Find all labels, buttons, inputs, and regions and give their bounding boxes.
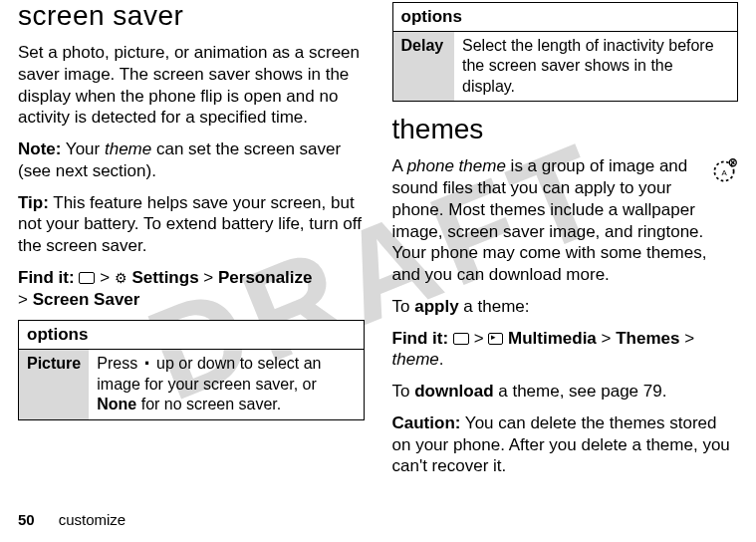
- themes-label: Themes: [616, 329, 679, 348]
- screen-saver-intro: Set a photo, picture, or animation as a …: [18, 42, 365, 129]
- tip-text: This feature helps save your screen, but…: [18, 193, 362, 256]
- svg-text:A: A: [721, 168, 727, 177]
- find-it-screensaver: Find it: > ⚙ Settings > Personalize > Sc…: [18, 267, 365, 311]
- apply-post: a theme:: [459, 297, 530, 316]
- options-header-right: options: [392, 3, 738, 32]
- option-picture-desc: Press up or down to select an image for …: [89, 350, 364, 419]
- note-pre: Your: [61, 139, 105, 158]
- personalize-label: Personalize: [218, 268, 313, 287]
- nav-key-icon: [142, 359, 152, 369]
- download-bold: download: [414, 382, 493, 401]
- gt-5: >: [602, 329, 612, 348]
- download-pre: To: [392, 382, 415, 401]
- screen-saver-note: Note: Your theme can set the screen save…: [18, 138, 365, 182]
- right-column: options Delay Select the length of inact…: [392, 0, 739, 542]
- left-column: screen saver Set a photo, picture, or an…: [18, 0, 365, 542]
- gt-6: >: [684, 329, 694, 348]
- options-header-left: options: [19, 321, 365, 350]
- theme-var: theme: [392, 350, 439, 369]
- themes-intro-post: is a group of image and sound files that…: [392, 156, 707, 284]
- menu-key-icon: [79, 272, 95, 284]
- options-table-right: options Delay Select the length of inact…: [392, 2, 739, 102]
- note-label: Note:: [18, 139, 61, 158]
- menu-key-icon-2: [453, 333, 469, 345]
- screen-saver-heading: screen saver: [18, 0, 365, 32]
- download-post: a theme, see page 79.: [494, 382, 667, 401]
- option-picture-label: Picture: [19, 350, 90, 419]
- theme-ring-icon: A: [710, 157, 738, 185]
- note-theme: theme: [105, 139, 151, 158]
- settings-icon: ⚙: [115, 270, 127, 288]
- gt-1: >: [100, 268, 110, 287]
- caution-line: Caution: You can delete the themes store…: [392, 412, 739, 477]
- tip-label: Tip:: [18, 193, 49, 212]
- picture-text-1: Press: [97, 355, 141, 372]
- gt-2: >: [203, 268, 213, 287]
- apply-theme-line: To apply a theme:: [392, 296, 739, 318]
- gt-4: >: [474, 329, 484, 348]
- apply-pre: To: [392, 297, 415, 316]
- multimedia-icon: [488, 333, 503, 345]
- option-delay-label: Delay: [392, 32, 454, 102]
- download-theme-line: To download a theme, see page 79.: [392, 381, 739, 403]
- find-it-label: Find it:: [18, 268, 75, 287]
- picture-text-3: for no screen saver.: [136, 396, 281, 412]
- gt-3: >: [18, 290, 28, 309]
- find-it-label-2: Find it:: [392, 329, 449, 348]
- find-it-themes: Find it: > Multimedia > Themes > theme.: [392, 328, 739, 372]
- apply-bold: apply: [414, 297, 458, 316]
- options-table-left: options Picture Press up or down to sele…: [18, 320, 365, 419]
- phone-theme-italic: phone theme: [407, 156, 506, 175]
- settings-label: Settings: [132, 268, 199, 287]
- page-content: screen saver Set a photo, picture, or an…: [0, 0, 756, 542]
- screensaver-label: Screen Saver: [33, 290, 140, 309]
- none-label: None: [97, 396, 136, 412]
- themes-intro: A A phone theme is a group of image and …: [392, 155, 739, 286]
- option-delay-desc: Select the length of inactivity before t…: [454, 32, 738, 102]
- multimedia-label: Multimedia: [508, 329, 597, 348]
- caution-label: Caution:: [392, 413, 461, 432]
- themes-intro-pre: A: [392, 156, 407, 175]
- themes-heading: themes: [392, 114, 739, 145]
- screen-saver-tip: Tip: This feature helps save your screen…: [18, 192, 365, 257]
